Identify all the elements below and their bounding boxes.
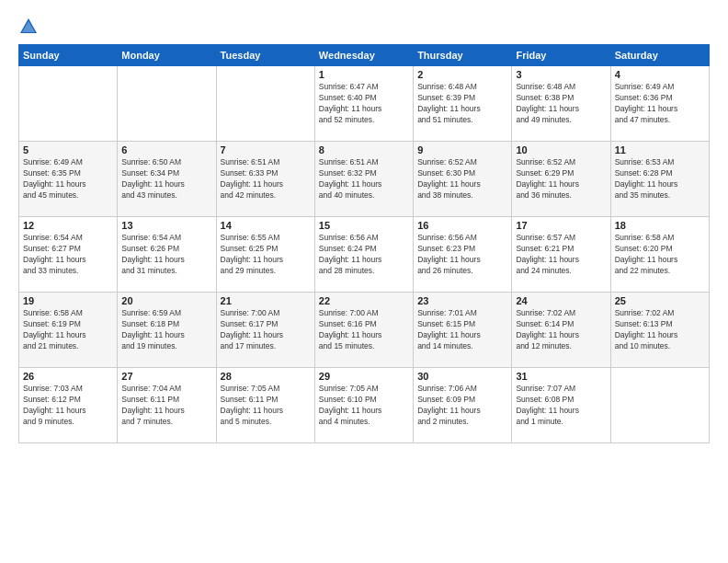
calendar-cell: 2Sunrise: 6:48 AM Sunset: 6:39 PM Daylig… xyxy=(414,66,512,142)
calendar-cell: 28Sunrise: 7:05 AM Sunset: 6:11 PM Dayli… xyxy=(216,368,314,443)
calendar-cell xyxy=(19,66,118,142)
calendar-cell xyxy=(216,66,314,142)
day-number: 6 xyxy=(121,144,211,155)
day-number: 3 xyxy=(516,69,606,80)
day-info: Sunrise: 7:00 AM Sunset: 6:17 PM Dayligh… xyxy=(221,308,311,352)
day-number: 17 xyxy=(516,220,606,231)
calendar-header-row: SundayMondayTuesdayWednesdayThursdayFrid… xyxy=(19,45,710,66)
calendar-cell: 9Sunrise: 6:52 AM Sunset: 6:30 PM Daylig… xyxy=(414,142,512,217)
calendar-cell: 22Sunrise: 7:00 AM Sunset: 6:16 PM Dayli… xyxy=(314,293,413,368)
day-info: Sunrise: 6:56 AM Sunset: 6:23 PM Dayligh… xyxy=(417,233,507,277)
calendar-cell: 3Sunrise: 6:48 AM Sunset: 6:38 PM Daylig… xyxy=(512,66,610,142)
day-number: 31 xyxy=(516,371,606,382)
day-info: Sunrise: 6:58 AM Sunset: 6:20 PM Dayligh… xyxy=(615,233,705,277)
calendar-cell: 13Sunrise: 6:54 AM Sunset: 6:26 PM Dayli… xyxy=(118,217,216,293)
day-info: Sunrise: 7:05 AM Sunset: 6:11 PM Dayligh… xyxy=(221,384,311,428)
day-info: Sunrise: 7:05 AM Sunset: 6:10 PM Dayligh… xyxy=(319,384,409,428)
calendar-weekday-wednesday: Wednesday xyxy=(314,45,413,66)
day-info: Sunrise: 6:54 AM Sunset: 6:26 PM Dayligh… xyxy=(121,233,211,277)
header xyxy=(18,17,710,37)
calendar-cell: 31Sunrise: 7:07 AM Sunset: 6:08 PM Dayli… xyxy=(512,368,610,443)
day-number: 4 xyxy=(615,69,705,80)
calendar-cell: 5Sunrise: 6:49 AM Sunset: 6:35 PM Daylig… xyxy=(19,142,118,217)
day-number: 25 xyxy=(615,295,705,306)
day-number: 7 xyxy=(221,144,311,155)
day-number: 11 xyxy=(615,144,705,155)
day-info: Sunrise: 6:47 AM Sunset: 6:40 PM Dayligh… xyxy=(319,82,409,126)
day-number: 18 xyxy=(615,220,705,231)
calendar-cell: 14Sunrise: 6:55 AM Sunset: 6:25 PM Dayli… xyxy=(216,217,314,293)
day-info: Sunrise: 6:53 AM Sunset: 6:28 PM Dayligh… xyxy=(615,157,705,201)
day-number: 21 xyxy=(221,295,311,306)
day-number: 28 xyxy=(221,371,311,382)
calendar-week-2: 5Sunrise: 6:49 AM Sunset: 6:35 PM Daylig… xyxy=(19,142,710,217)
logo-icon xyxy=(18,17,39,37)
calendar-cell: 15Sunrise: 6:56 AM Sunset: 6:24 PM Dayli… xyxy=(314,217,413,293)
day-number: 15 xyxy=(319,220,409,231)
calendar-cell: 24Sunrise: 7:02 AM Sunset: 6:14 PM Dayli… xyxy=(512,293,610,368)
calendar-week-3: 12Sunrise: 6:54 AM Sunset: 6:27 PM Dayli… xyxy=(19,217,710,293)
day-info: Sunrise: 7:00 AM Sunset: 6:16 PM Dayligh… xyxy=(319,308,409,352)
day-number: 27 xyxy=(121,371,211,382)
calendar-week-4: 19Sunrise: 6:58 AM Sunset: 6:19 PM Dayli… xyxy=(19,293,710,368)
calendar-cell: 25Sunrise: 7:02 AM Sunset: 6:13 PM Dayli… xyxy=(610,293,709,368)
logo xyxy=(18,17,42,37)
day-info: Sunrise: 6:56 AM Sunset: 6:24 PM Dayligh… xyxy=(319,233,409,277)
calendar-cell: 21Sunrise: 7:00 AM Sunset: 6:17 PM Dayli… xyxy=(216,293,314,368)
day-info: Sunrise: 6:48 AM Sunset: 6:38 PM Dayligh… xyxy=(516,82,606,126)
calendar-cell: 10Sunrise: 6:52 AM Sunset: 6:29 PM Dayli… xyxy=(512,142,610,217)
day-number: 14 xyxy=(221,220,311,231)
day-number: 5 xyxy=(23,144,113,155)
calendar-cell: 8Sunrise: 6:51 AM Sunset: 6:32 PM Daylig… xyxy=(314,142,413,217)
calendar-weekday-thursday: Thursday xyxy=(414,45,512,66)
day-info: Sunrise: 6:54 AM Sunset: 6:27 PM Dayligh… xyxy=(23,233,113,277)
day-info: Sunrise: 7:04 AM Sunset: 6:11 PM Dayligh… xyxy=(121,384,211,428)
calendar-cell: 6Sunrise: 6:50 AM Sunset: 6:34 PM Daylig… xyxy=(118,142,216,217)
calendar-cell: 12Sunrise: 6:54 AM Sunset: 6:27 PM Dayli… xyxy=(19,217,118,293)
day-info: Sunrise: 6:50 AM Sunset: 6:34 PM Dayligh… xyxy=(121,157,211,201)
day-info: Sunrise: 6:49 AM Sunset: 6:35 PM Dayligh… xyxy=(23,157,113,201)
day-number: 26 xyxy=(23,371,113,382)
calendar-cell: 18Sunrise: 6:58 AM Sunset: 6:20 PM Dayli… xyxy=(610,217,709,293)
day-number: 13 xyxy=(121,220,211,231)
day-info: Sunrise: 6:58 AM Sunset: 6:19 PM Dayligh… xyxy=(23,308,113,352)
calendar-cell xyxy=(610,368,709,443)
day-info: Sunrise: 7:03 AM Sunset: 6:12 PM Dayligh… xyxy=(23,384,113,428)
day-info: Sunrise: 7:02 AM Sunset: 6:13 PM Dayligh… xyxy=(615,308,705,352)
day-info: Sunrise: 6:51 AM Sunset: 6:32 PM Dayligh… xyxy=(319,157,409,201)
day-number: 10 xyxy=(516,144,606,155)
day-info: Sunrise: 7:06 AM Sunset: 6:09 PM Dayligh… xyxy=(417,384,507,428)
day-number: 29 xyxy=(319,371,409,382)
day-number: 8 xyxy=(319,144,409,155)
calendar-cell xyxy=(118,66,216,142)
day-number: 2 xyxy=(417,69,507,80)
calendar-week-1: 1Sunrise: 6:47 AM Sunset: 6:40 PM Daylig… xyxy=(19,66,710,142)
day-number: 24 xyxy=(516,295,606,306)
day-number: 12 xyxy=(23,220,113,231)
calendar-weekday-tuesday: Tuesday xyxy=(216,45,314,66)
calendar-cell: 27Sunrise: 7:04 AM Sunset: 6:11 PM Dayli… xyxy=(118,368,216,443)
calendar-cell: 1Sunrise: 6:47 AM Sunset: 6:40 PM Daylig… xyxy=(314,66,413,142)
calendar-weekday-monday: Monday xyxy=(118,45,216,66)
day-info: Sunrise: 6:55 AM Sunset: 6:25 PM Dayligh… xyxy=(221,233,311,277)
calendar-weekday-friday: Friday xyxy=(512,45,610,66)
day-number: 23 xyxy=(417,295,507,306)
day-info: Sunrise: 6:51 AM Sunset: 6:33 PM Dayligh… xyxy=(221,157,311,201)
calendar-cell: 16Sunrise: 6:56 AM Sunset: 6:23 PM Dayli… xyxy=(414,217,512,293)
calendar-week-5: 26Sunrise: 7:03 AM Sunset: 6:12 PM Dayli… xyxy=(19,368,710,443)
calendar-cell: 23Sunrise: 7:01 AM Sunset: 6:15 PM Dayli… xyxy=(414,293,512,368)
day-info: Sunrise: 6:59 AM Sunset: 6:18 PM Dayligh… xyxy=(121,308,211,352)
calendar-cell: 19Sunrise: 6:58 AM Sunset: 6:19 PM Dayli… xyxy=(19,293,118,368)
day-info: Sunrise: 7:07 AM Sunset: 6:08 PM Dayligh… xyxy=(516,384,606,428)
day-info: Sunrise: 6:52 AM Sunset: 6:29 PM Dayligh… xyxy=(516,157,606,201)
day-number: 19 xyxy=(23,295,113,306)
day-info: Sunrise: 7:02 AM Sunset: 6:14 PM Dayligh… xyxy=(516,308,606,352)
calendar-cell: 30Sunrise: 7:06 AM Sunset: 6:09 PM Dayli… xyxy=(414,368,512,443)
day-info: Sunrise: 6:49 AM Sunset: 6:36 PM Dayligh… xyxy=(615,82,705,126)
day-number: 30 xyxy=(417,371,507,382)
day-number: 22 xyxy=(319,295,409,306)
calendar-cell: 29Sunrise: 7:05 AM Sunset: 6:10 PM Dayli… xyxy=(314,368,413,443)
day-number: 20 xyxy=(121,295,211,306)
calendar-weekday-saturday: Saturday xyxy=(610,45,709,66)
calendar-cell: 11Sunrise: 6:53 AM Sunset: 6:28 PM Dayli… xyxy=(610,142,709,217)
